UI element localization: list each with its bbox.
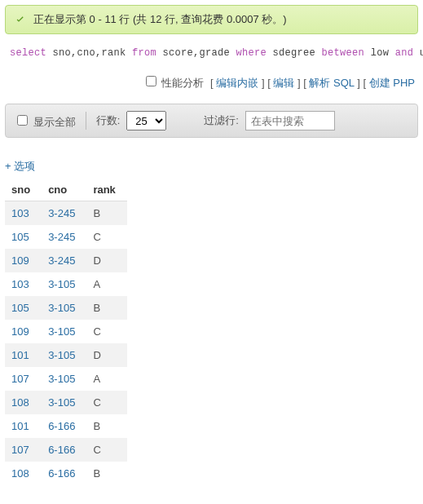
cell-rank: C	[86, 320, 126, 343]
success-message-text: 正在显示第 0 - 11 行 (共 12 行, 查询花费 0.0007 秒。)	[33, 12, 287, 27]
table-row[interactable]: 1033-105A	[5, 272, 127, 296]
table-row[interactable]: 1016-166B	[5, 414, 127, 438]
cell-rank: D	[86, 249, 126, 272]
sql-text: sno,cno,rank	[46, 47, 132, 59]
cell-sno: 103	[5, 201, 42, 226]
create-php-link[interactable]: 创建 PHP	[369, 77, 415, 89]
edit-link[interactable]: 编辑	[273, 77, 294, 89]
sql-keyword: where	[236, 47, 267, 59]
column-header-rank[interactable]: rank	[86, 179, 126, 201]
show-all-text: 显示全部	[33, 116, 76, 128]
cell-sno: 107	[5, 367, 42, 391]
table-row[interactable]: 1083-105C	[5, 391, 127, 414]
table-row[interactable]: 1073-105A	[5, 367, 127, 391]
sql-text: score,grade	[156, 47, 236, 59]
filter-input[interactable]	[245, 111, 335, 130]
check-icon	[14, 13, 27, 26]
cell-sno: 105	[5, 296, 42, 320]
cell-rank: B	[86, 462, 126, 485]
cell-sno: 103	[5, 272, 42, 296]
cell-sno: 108	[5, 391, 42, 414]
sql-text: low	[364, 47, 395, 59]
cell-sno: 109	[5, 249, 42, 272]
cell-cno: 3-105	[42, 343, 86, 367]
show-all-label[interactable]: 显示全部	[14, 113, 76, 130]
cell-rank: C	[86, 438, 126, 462]
table-row[interactable]: 1093-105C	[5, 320, 127, 343]
table-header-row: sno cno rank	[5, 179, 127, 201]
toolbar-divider	[86, 112, 86, 130]
show-all-checkbox[interactable]	[17, 115, 28, 126]
column-header-cno[interactable]: cno	[42, 179, 86, 201]
action-links-row: 性能分析 [ 编辑内嵌 ] [ 编辑 ] [ 解析 SQL ] [ 创建 PHP	[0, 67, 423, 99]
cell-cno: 3-105	[42, 296, 86, 320]
cell-cno: 6-166	[42, 438, 86, 462]
cell-rank: A	[86, 272, 126, 296]
table-row[interactable]: 1086-166B	[5, 462, 127, 485]
cell-sno: 108	[5, 462, 42, 485]
table-row[interactable]: 1076-166C	[5, 438, 127, 462]
success-message-bar: 正在显示第 0 - 11 行 (共 12 行, 查询花费 0.0007 秒。)	[5, 5, 418, 34]
table-row[interactable]: 1053-105B	[5, 296, 127, 320]
cell-cno: 3-105	[42, 320, 86, 343]
profiling-checkbox-label[interactable]: 性能分析	[143, 77, 207, 89]
filter-label: 过滤行:	[204, 113, 239, 128]
sql-keyword: and	[395, 47, 414, 59]
cell-rank: C	[86, 391, 126, 414]
cell-sno: 101	[5, 343, 42, 367]
table-row[interactable]: 1013-105D	[5, 343, 127, 367]
profiling-checkbox[interactable]	[146, 76, 156, 86]
sql-text: upp	[413, 47, 423, 59]
profiling-label-text: 性能分析	[161, 77, 204, 89]
sql-keyword: select	[10, 47, 46, 59]
cell-rank: B	[86, 201, 126, 226]
cell-cno: 3-105	[42, 367, 86, 391]
table-row[interactable]: 1053-245C	[5, 225, 127, 249]
column-header-sno[interactable]: sno	[5, 179, 42, 201]
explain-sql-link[interactable]: 解析 SQL	[309, 77, 354, 89]
cell-cno: 3-105	[42, 391, 86, 414]
edit-inline-link[interactable]: 编辑内嵌	[216, 77, 258, 89]
results-toolbar: 显示全部 行数: 25 过滤行:	[5, 104, 418, 138]
cell-rank: D	[86, 343, 126, 367]
rows-select[interactable]: 25	[126, 111, 166, 130]
cell-rank: B	[86, 414, 126, 438]
cell-rank: C	[86, 225, 126, 249]
cell-rank: B	[86, 296, 126, 320]
cell-cno: 3-105	[42, 272, 86, 296]
cell-sno: 101	[5, 414, 42, 438]
cell-sno: 107	[5, 438, 42, 462]
cell-cno: 3-245	[42, 225, 86, 249]
rows-label: 行数:	[96, 113, 121, 128]
cell-cno: 6-166	[42, 414, 86, 438]
cell-rank: A	[86, 367, 126, 391]
sql-text: sdegree	[267, 47, 322, 59]
sql-query-box: select sno,cno,rank from score,grade whe…	[0, 39, 423, 67]
results-table: sno cno rank 1033-245B1053-245C1093-245D…	[5, 179, 127, 485]
table-row[interactable]: 1093-245D	[5, 249, 127, 272]
sql-keyword: from	[132, 47, 156, 59]
table-row[interactable]: 1033-245B	[5, 201, 127, 226]
cell-sno: 109	[5, 320, 42, 343]
cell-cno: 6-166	[42, 462, 86, 485]
options-toggle[interactable]: + 选项	[0, 143, 40, 179]
cell-sno: 105	[5, 225, 42, 249]
cell-cno: 3-245	[42, 249, 86, 272]
sql-keyword: between	[322, 47, 365, 59]
cell-cno: 3-245	[42, 201, 86, 226]
